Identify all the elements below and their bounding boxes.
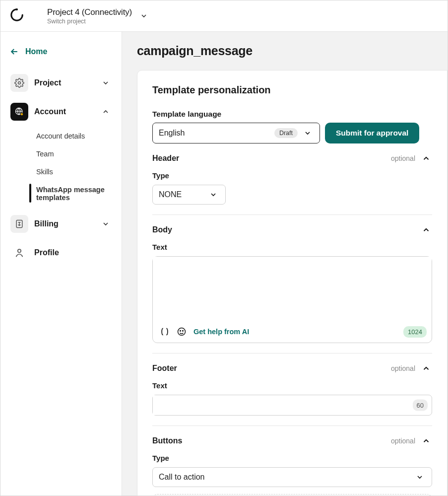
footer-section-toggle[interactable]: Footer optional bbox=[152, 362, 432, 374]
variable-icon[interactable] bbox=[160, 327, 170, 337]
submit-for-approval-button[interactable]: Submit for approval bbox=[325, 123, 419, 143]
project-title: Project 4 (Connectivity) bbox=[47, 7, 132, 17]
header-type-select[interactable]: NONE bbox=[152, 185, 226, 205]
language-value: English bbox=[159, 129, 185, 138]
chevron-down-icon bbox=[100, 218, 112, 230]
brand-logo-icon bbox=[9, 7, 24, 24]
sidebar-item-label: Billing bbox=[34, 219, 94, 228]
footer-text-label: Text bbox=[152, 381, 432, 390]
body-text-input[interactable] bbox=[153, 257, 432, 318]
template-language-select[interactable]: English Draft bbox=[152, 123, 320, 143]
section-title: Header bbox=[152, 154, 179, 163]
chevron-down-icon bbox=[207, 189, 219, 201]
status-badge: Draft bbox=[274, 128, 298, 138]
footer-text-input[interactable] bbox=[153, 395, 404, 415]
chevron-up-icon bbox=[420, 362, 432, 374]
billing-icon bbox=[10, 215, 28, 233]
divider bbox=[152, 353, 432, 354]
sidebar-item-label: Profile bbox=[34, 248, 112, 257]
sidebar-item-label: Project bbox=[34, 78, 94, 87]
divider bbox=[152, 214, 432, 215]
emoji-icon[interactable] bbox=[177, 327, 187, 337]
chevron-down-icon bbox=[414, 471, 426, 483]
arrow-left-icon bbox=[9, 47, 19, 57]
subnav-team[interactable]: Team bbox=[36, 145, 116, 163]
globe-gear-icon bbox=[10, 103, 28, 121]
optional-label: optional bbox=[391, 364, 415, 372]
sidebar: Home Project Account Account details Tea… bbox=[0, 32, 122, 496]
svg-point-3 bbox=[21, 113, 23, 116]
sidebar-item-project[interactable]: Project bbox=[6, 69, 116, 97]
ai-help-link[interactable]: Get help from AI bbox=[193, 328, 249, 336]
template-personalization-card: Template personalization Template langua… bbox=[137, 70, 448, 496]
buttons-type-value: Call to action bbox=[159, 473, 205, 482]
svg-point-8 bbox=[183, 331, 184, 332]
svg-point-0 bbox=[16, 8, 18, 10]
chevron-down-icon bbox=[138, 10, 150, 22]
home-label: Home bbox=[25, 47, 47, 56]
sidebar-item-profile[interactable]: Profile bbox=[6, 238, 116, 267]
footer-char-count: 60 bbox=[413, 400, 428, 411]
subnav-whatsapp-templates[interactable]: WhatsApp message templates bbox=[36, 181, 116, 207]
buttons-type-select[interactable]: Call to action bbox=[152, 467, 432, 487]
header-section-toggle[interactable]: Header optional bbox=[152, 152, 432, 164]
body-text-label: Text bbox=[152, 243, 432, 251]
chevron-up-icon bbox=[420, 152, 432, 164]
body-section-toggle[interactable]: Body bbox=[152, 224, 432, 236]
header-type-label: Type bbox=[152, 171, 432, 180]
chevron-up-icon bbox=[420, 224, 432, 236]
buttons-type-label: Type bbox=[152, 454, 432, 462]
main-content: campaign_message Template personalizatio… bbox=[122, 32, 448, 496]
section-title: Body bbox=[152, 225, 172, 234]
profile-icon bbox=[10, 244, 28, 262]
footer-input-wrapper: 60 bbox=[152, 395, 432, 416]
sidebar-item-label: Account bbox=[34, 107, 94, 116]
subnav-item-label: WhatsApp message templates bbox=[36, 186, 116, 202]
card-title: Template personalization bbox=[152, 84, 432, 96]
template-language-label: Template language bbox=[152, 110, 432, 119]
subnav-skills[interactable]: Skills bbox=[36, 163, 116, 181]
page-title: campaign_message bbox=[122, 32, 448, 70]
home-link[interactable]: Home bbox=[6, 43, 116, 69]
svg-point-1 bbox=[18, 82, 21, 84]
body-textarea-wrapper: Get help from AI 1024 bbox=[152, 256, 432, 343]
sidebar-item-account[interactable]: Account bbox=[6, 97, 116, 126]
chevron-up-icon bbox=[100, 106, 112, 118]
sidebar-item-billing[interactable]: Billing bbox=[6, 210, 116, 238]
chevron-down-icon bbox=[302, 127, 314, 139]
divider bbox=[152, 425, 432, 426]
top-bar: Project 4 (Connectivity) Switch project bbox=[0, 0, 448, 32]
project-switcher[interactable]: Project 4 (Connectivity) Switch project bbox=[47, 7, 150, 25]
add-buttons-button[interactable]: Add buttons bbox=[152, 494, 432, 496]
account-subnav: Account details Team Skills WhatsApp mes… bbox=[6, 127, 116, 207]
svg-point-7 bbox=[180, 331, 181, 332]
svg-point-6 bbox=[178, 328, 186, 336]
subnav-account-details[interactable]: Account details bbox=[36, 127, 116, 145]
chevron-down-icon bbox=[100, 77, 112, 89]
svg-point-5 bbox=[18, 249, 21, 252]
section-title: Buttons bbox=[152, 436, 182, 445]
buttons-section-toggle[interactable]: Buttons optional bbox=[152, 435, 432, 447]
header-type-value: NONE bbox=[159, 190, 182, 199]
optional-label: optional bbox=[391, 154, 415, 162]
chevron-up-icon bbox=[420, 435, 432, 447]
optional-label: optional bbox=[391, 437, 415, 445]
section-title: Footer bbox=[152, 364, 177, 373]
active-indicator bbox=[29, 184, 31, 203]
body-char-count: 1024 bbox=[403, 326, 427, 338]
switch-project-label: Switch project bbox=[47, 18, 132, 25]
gear-icon bbox=[10, 74, 28, 92]
